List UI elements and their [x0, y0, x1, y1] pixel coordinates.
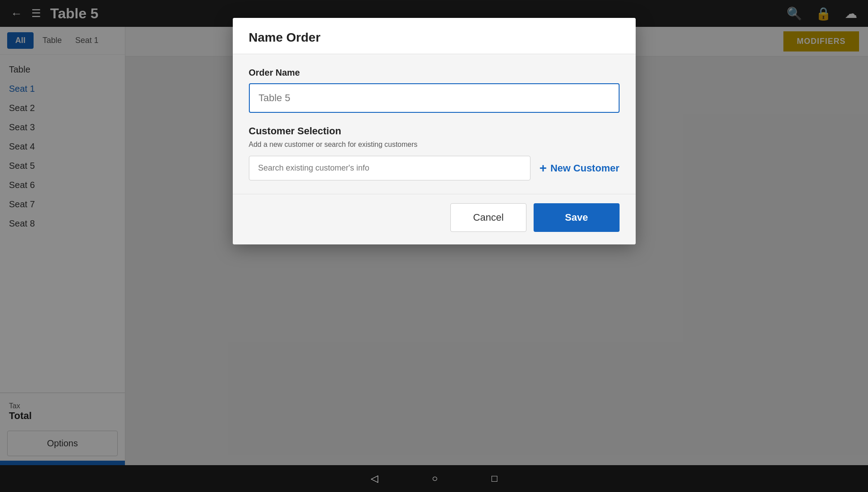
customer-selection-label: Customer Selection: [249, 125, 620, 137]
new-customer-label: New Customer: [550, 163, 619, 174]
dialog-title: Name Order: [249, 30, 620, 45]
dialog-header: Name Order: [233, 18, 636, 54]
new-customer-button[interactable]: + New Customer: [539, 161, 619, 175]
plus-icon: +: [539, 161, 547, 175]
order-name-input[interactable]: [249, 83, 620, 113]
android-nav-bar: ◁ ○ □: [0, 465, 868, 492]
save-button[interactable]: Save: [534, 203, 619, 232]
search-customer-input[interactable]: [249, 156, 531, 180]
customer-row: + New Customer: [249, 156, 620, 180]
customer-description: Add a new customer or search for existin…: [249, 141, 620, 149]
cancel-button[interactable]: Cancel: [450, 203, 526, 232]
nav-home-icon[interactable]: ○: [432, 473, 438, 484]
dialog-body: Order Name Customer Selection Add a new …: [233, 54, 636, 194]
nav-recent-icon[interactable]: □: [492, 473, 497, 484]
order-name-label: Order Name: [249, 68, 620, 78]
name-order-dialog: Name Order Order Name Customer Selection…: [233, 18, 636, 244]
dialog-footer: Cancel Save: [233, 194, 636, 244]
nav-back-icon[interactable]: ◁: [371, 473, 378, 484]
